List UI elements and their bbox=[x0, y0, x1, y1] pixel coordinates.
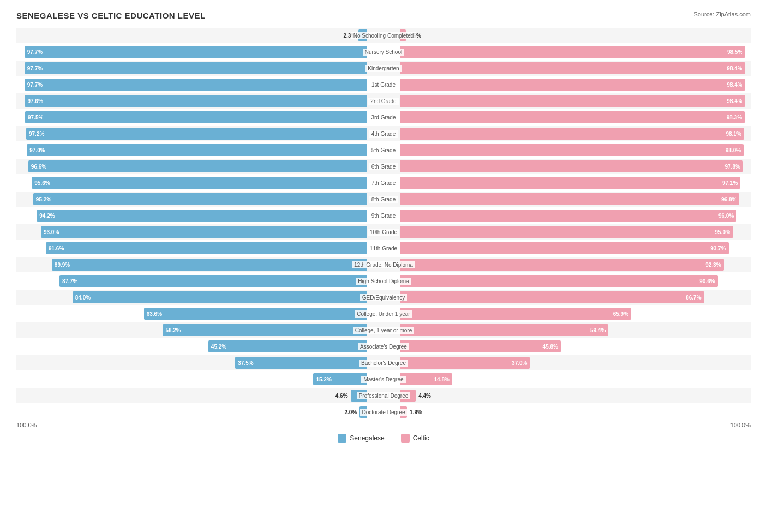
bar-right: 96.8% bbox=[400, 193, 740, 205]
bar-left: 58.2% bbox=[163, 324, 367, 336]
right-value-inside: 90.6% bbox=[699, 278, 715, 284]
row-label: 4th Grade bbox=[369, 130, 398, 138]
axis-label-right: 100.0% bbox=[730, 422, 751, 428]
bar-row: 45.2% Associate's Degree 45.8% bbox=[16, 339, 751, 354]
left-section: 97.5% bbox=[16, 111, 369, 123]
label-center: 9th Grade bbox=[369, 212, 398, 219]
bar-row: 97.7% 1st Grade 98.4% bbox=[16, 77, 751, 92]
label-center: 1st Grade bbox=[369, 81, 398, 88]
left-value-inside: 63.6% bbox=[147, 311, 162, 317]
left-value-outside: 4.6% bbox=[335, 393, 348, 399]
row-label: Doctorate Degree bbox=[360, 409, 408, 416]
bar-left: 93.0% bbox=[41, 226, 367, 238]
left-value-inside: 87.7% bbox=[62, 278, 77, 284]
right-value-inside: 93.7% bbox=[710, 246, 726, 252]
label-center: No Schooling Completed bbox=[369, 32, 398, 39]
bar-left: 97.6% bbox=[25, 95, 367, 107]
right-section: 92.3% bbox=[398, 259, 751, 271]
bar-row: 4.6% Professional Degree 4.4% bbox=[16, 388, 751, 403]
left-section: 2.0% bbox=[16, 406, 369, 418]
row-label: 10th Grade bbox=[368, 229, 399, 236]
bar-row: 93.0% 10th Grade 95.0% bbox=[16, 224, 751, 240]
row-label: 1st Grade bbox=[369, 81, 398, 88]
bar-right: 96.0% bbox=[400, 210, 736, 222]
right-value-inside: 86.7% bbox=[686, 295, 701, 301]
right-value-outside: 1.9% bbox=[410, 409, 422, 415]
senegalese-label: Senegalese bbox=[350, 434, 384, 442]
bar-left: 97.0% bbox=[27, 144, 367, 156]
bar-right: 92.3% bbox=[400, 259, 724, 271]
bar-right: 65.9% bbox=[400, 308, 631, 320]
bar-right: 98.4% bbox=[400, 79, 745, 91]
left-value-inside: 93.0% bbox=[44, 229, 59, 235]
bar-left: 97.2% bbox=[26, 128, 367, 140]
right-value-inside: 98.3% bbox=[727, 115, 742, 121]
row-label: 11th Grade bbox=[368, 245, 399, 252]
chart-title: SENEGALESE VS CELTIC EDUCATION LEVEL bbox=[16, 11, 206, 20]
left-value-inside: 96.6% bbox=[31, 164, 46, 170]
axis-labels: 100.0% 100.0% bbox=[16, 422, 751, 428]
bar-right: 97.8% bbox=[400, 160, 743, 172]
bar-left: 95.2% bbox=[33, 193, 367, 205]
left-section: 94.2% bbox=[16, 210, 369, 222]
bar-row: 97.5% 3rd Grade 98.3% bbox=[16, 110, 751, 125]
bar-left: 91.6% bbox=[46, 242, 367, 254]
bar-row: 89.9% 12th Grade, No Diploma 92.3% bbox=[16, 257, 751, 272]
bar-right: 98.4% bbox=[400, 62, 745, 74]
left-value-inside: 91.6% bbox=[49, 246, 64, 252]
label-center: Bachelor's Degree bbox=[369, 360, 398, 367]
bar-row: 15.2% Master's Degree 14.8% bbox=[16, 372, 751, 387]
left-value-inside: 45.2% bbox=[211, 344, 226, 350]
bar-row: 95.6% 7th Grade 97.1% bbox=[16, 175, 751, 190]
right-section: 98.0% bbox=[398, 144, 751, 156]
label-center: Doctorate Degree bbox=[369, 409, 398, 416]
row-label: College, 1 year or more bbox=[353, 327, 415, 334]
row-label: Associate's Degree bbox=[358, 343, 409, 350]
bar-right: 93.7% bbox=[400, 242, 729, 254]
bar-row: 95.2% 8th Grade 96.8% bbox=[16, 192, 751, 207]
row-label: Nursery School bbox=[363, 49, 404, 56]
left-value-inside: 97.7% bbox=[27, 49, 43, 55]
left-section: 15.2% bbox=[16, 373, 369, 385]
left-section: 97.0% bbox=[16, 144, 369, 156]
right-value-inside: 98.0% bbox=[726, 147, 741, 153]
row-label: Master's Degree bbox=[361, 376, 405, 383]
right-section: 98.3% bbox=[398, 111, 751, 123]
legend-item-senegalese: Senegalese bbox=[338, 434, 384, 443]
right-section: 97.1% bbox=[398, 177, 751, 189]
bar-row: 63.6% College, Under 1 year 65.9% bbox=[16, 306, 751, 321]
bar-right: 98.3% bbox=[400, 111, 745, 123]
right-value-inside: 14.8% bbox=[434, 376, 450, 382]
label-center: 8th Grade bbox=[369, 196, 398, 203]
bar-row: 37.5% Bachelor's Degree 37.0% bbox=[16, 355, 751, 370]
bar-row: 97.2% 4th Grade 98.1% bbox=[16, 126, 751, 141]
left-value-inside: 95.2% bbox=[36, 196, 51, 202]
bar-left: 87.7% bbox=[59, 275, 367, 287]
label-center: Master's Degree bbox=[369, 376, 398, 383]
bar-right: 45.8% bbox=[400, 340, 561, 352]
legend-item-celtic: Celtic bbox=[401, 434, 429, 443]
label-center: 12th Grade, No Diploma bbox=[369, 261, 398, 268]
right-value-outside: 4.4% bbox=[418, 393, 431, 399]
right-section: 97.8% bbox=[398, 160, 751, 172]
right-value-inside: 98.4% bbox=[727, 82, 742, 88]
bar-left: 97.5% bbox=[25, 111, 367, 123]
bar-right: 37.0% bbox=[400, 357, 530, 369]
right-section: 45.8% bbox=[398, 340, 751, 352]
right-value-inside: 98.4% bbox=[727, 65, 742, 71]
left-value-inside: 97.2% bbox=[29, 131, 44, 137]
left-value-inside: 58.2% bbox=[165, 327, 181, 333]
right-value-inside: 95.0% bbox=[715, 229, 730, 235]
right-value-inside: 45.8% bbox=[543, 344, 558, 350]
row-label: High School Diploma bbox=[356, 278, 411, 285]
right-section: 98.4% bbox=[398, 95, 751, 107]
row-label: 6th Grade bbox=[369, 163, 398, 170]
axis-label-left: 100.0% bbox=[16, 422, 37, 428]
bar-row: 94.2% 9th Grade 96.0% bbox=[16, 208, 751, 223]
bar-row: 97.0% 5th Grade 98.0% bbox=[16, 142, 751, 158]
row-label: 12th Grade, No Diploma bbox=[352, 261, 415, 268]
bar-right: 98.1% bbox=[400, 128, 744, 140]
right-section: 98.4% bbox=[398, 62, 751, 74]
right-section: 86.7% bbox=[398, 291, 751, 303]
right-value-inside: 98.4% bbox=[727, 98, 742, 104]
